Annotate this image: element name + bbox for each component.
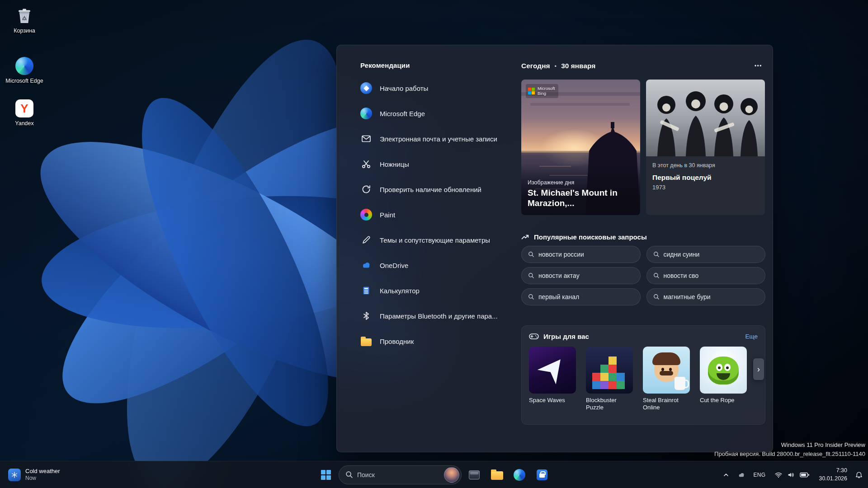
- recommendation-label: OneDrive: [380, 262, 408, 269]
- search-icon: [528, 272, 534, 279]
- quick-settings[interactable]: [770, 468, 814, 482]
- search-suggestion-pill[interactable]: магнитные бури: [646, 288, 766, 305]
- on-this-day-card[interactable]: В этот день в 30 января Первый поцелуй 1…: [646, 80, 765, 215]
- recommendation-label: Калькулятор: [380, 287, 420, 295]
- pill-label: магнитные бури: [664, 293, 711, 300]
- game-title: Cut the Rope: [700, 397, 747, 404]
- weather-icon: [8, 469, 21, 481]
- desktop-icon-label: Yandex: [15, 120, 33, 127]
- on-this-day-year: 1973: [652, 184, 759, 191]
- notification-button[interactable]: [852, 468, 866, 482]
- on-this-day-photo: [646, 80, 765, 156]
- on-this-day-kicker: В этот день в 30 января: [652, 162, 759, 169]
- desktop-icon-edge[interactable]: Microsoft Edge: [4, 55, 45, 87]
- recommendation-item-mail[interactable]: Электронная почта и учетные записи: [350, 126, 517, 151]
- games-section: Игры для вас Еще Space Waves Blockbuster…: [521, 325, 765, 425]
- search-icon: [528, 294, 534, 300]
- search-suggestion-pill[interactable]: новости сво: [646, 267, 766, 284]
- file-explorer-button[interactable]: [487, 465, 507, 485]
- onedrive-icon: [360, 259, 372, 271]
- search-suggestion-pill[interactable]: новости актау: [521, 267, 641, 284]
- games-more-link[interactable]: Еще: [745, 333, 758, 340]
- tray-overflow-button[interactable]: [719, 469, 733, 481]
- search-suggestion-pill[interactable]: первый канал: [521, 288, 641, 305]
- search-suggestion-pill[interactable]: сидни суини: [646, 246, 766, 263]
- recommendation-item-explorer[interactable]: Проводник: [350, 328, 517, 354]
- more-options-icon[interactable]: •••: [751, 61, 765, 70]
- recommendations-section: Рекомендации Начало работы Microsoft Edg…: [350, 61, 517, 354]
- cut-the-rope-thumbnail: [700, 347, 747, 394]
- trending-icon: [521, 234, 529, 240]
- search-icon: [345, 471, 353, 479]
- recommendation-item-onedrive[interactable]: OneDrive: [350, 253, 517, 278]
- search-suggestion-pill[interactable]: новости россии: [521, 246, 641, 263]
- space-waves-thumbnail: [529, 347, 576, 394]
- today-separator: •: [555, 63, 557, 70]
- bing-card-overlay: Изображение дня St. Michael's Mount in M…: [521, 164, 640, 215]
- desktop-icon-yandex[interactable]: Y Yandex: [4, 97, 45, 129]
- search-input[interactable]: [357, 471, 440, 479]
- start-button[interactable]: [316, 465, 336, 485]
- bing-badge: Microsoft Bing: [526, 84, 558, 98]
- onedrive-tray-button[interactable]: [734, 468, 749, 482]
- game-title: Steal Brainrot Online: [643, 397, 690, 412]
- bing-image-of-the-day-card[interactable]: Microsoft Bing Изображение дня St. Micha…: [521, 80, 640, 215]
- game-tile[interactable]: Space Waves: [529, 347, 580, 412]
- pill-label: новости россии: [538, 251, 584, 258]
- taskbar-search-box[interactable]: [339, 465, 462, 484]
- windows-logo-icon: [321, 470, 331, 480]
- trending-header: Популярные поисковые запросы: [521, 232, 765, 241]
- game-tile[interactable]: Blockbuster Puzzle: [586, 347, 637, 412]
- system-tray: ENG 7:30 30.01.2026: [719, 461, 866, 488]
- tray-time: 7:30: [836, 467, 847, 475]
- recommendation-label: Ножницы: [380, 160, 409, 168]
- microsoft-store-icon: [537, 469, 547, 480]
- games-next-chevron-icon[interactable]: ›: [753, 358, 764, 380]
- bing-card-kicker: Изображение дня: [528, 179, 634, 186]
- games-title: Игры для вас: [543, 333, 589, 340]
- edge-button[interactable]: [509, 465, 529, 485]
- recommendation-item-calculator[interactable]: Калькулятор: [350, 278, 517, 303]
- language-indicator[interactable]: ENG: [750, 469, 769, 481]
- pinned-app-button[interactable]: [464, 465, 484, 485]
- recommendation-item-check-updates[interactable]: Проверить наличие обновлений: [350, 177, 517, 202]
- folder-icon: [491, 471, 503, 480]
- recommendation-item-bluetooth[interactable]: Параметры Bluetooth и другие пара...: [350, 303, 517, 328]
- desktop-icon-recycle-bin[interactable]: Корзина: [4, 5, 45, 37]
- recommendation-label: Проверить наличие обновлений: [380, 186, 481, 193]
- pill-label: первый канал: [538, 293, 579, 300]
- game-tile[interactable]: Steal Brainrot Online: [643, 347, 693, 412]
- weather-widget[interactable]: Cold weather Now: [1, 461, 67, 488]
- edge-icon: [360, 108, 372, 119]
- recommendations-title: Рекомендации: [350, 61, 517, 69]
- recommendation-item-snipping-tool[interactable]: Ножницы: [350, 151, 517, 177]
- pill-label: сидни суини: [664, 251, 700, 258]
- recommendation-item-getting-started[interactable]: Начало работы: [350, 75, 517, 101]
- search-icon: [653, 251, 660, 258]
- pill-label: новости сво: [664, 272, 699, 279]
- recommendation-label: Начало работы: [380, 84, 428, 92]
- recommendation-item-edge[interactable]: Microsoft Edge: [350, 101, 517, 126]
- clock[interactable]: 7:30 30.01.2026: [815, 465, 851, 484]
- bing-daily-image-thumbnail[interactable]: [444, 467, 459, 483]
- microsoft-store-button[interactable]: [532, 465, 552, 485]
- bluetooth-icon: [360, 310, 372, 322]
- paint-icon: [360, 209, 372, 221]
- recommendation-item-themes[interactable]: Темы и сопутствующие параметры: [350, 227, 517, 253]
- recommendation-label: Проводник: [380, 338, 414, 345]
- search-icon: [653, 272, 660, 279]
- recommendation-item-paint[interactable]: Paint: [350, 202, 517, 227]
- game-tile[interactable]: Cut the Rope: [700, 347, 750, 412]
- recommendation-label: Paint: [380, 211, 395, 219]
- app-window-icon: [469, 470, 480, 479]
- weather-title: Cold weather: [25, 468, 60, 475]
- recommendation-label: Параметры Bluetooth и другие пара...: [380, 312, 498, 320]
- cloud-icon: [737, 471, 745, 479]
- today-section: Сегодня • 30 января •••: [521, 61, 765, 425]
- desktop-icon-label: Корзина: [14, 28, 35, 35]
- watermark-line2: Пробная версия. Build 28000.br_release_f…: [714, 450, 865, 459]
- folder-icon: [360, 335, 372, 347]
- taskbar: Cold weather Now: [0, 461, 868, 488]
- chevron-up-icon: [723, 472, 729, 478]
- battery-icon: [800, 472, 810, 478]
